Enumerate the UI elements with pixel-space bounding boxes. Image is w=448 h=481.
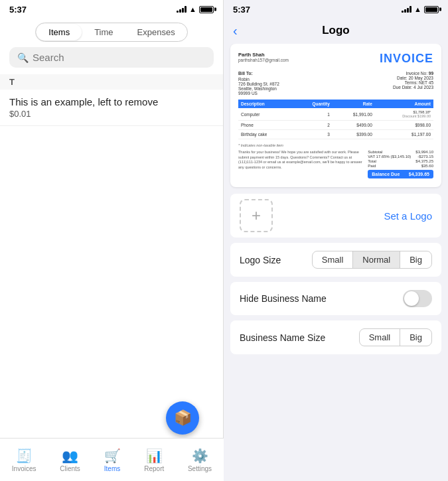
- nav-items[interactable]: 🛒 Items: [99, 445, 126, 475]
- bill-to-label: Bill To:: [238, 71, 279, 76]
- clients-icon: 👥: [62, 448, 78, 464]
- right-header: ‹ Logo: [224, 19, 448, 44]
- invoice-terms-row: Terms: NET 45: [393, 80, 433, 85]
- battery-icon: [199, 6, 214, 13]
- col-rate: Rate: [333, 100, 375, 108]
- bill-to-zip: 99999 US: [238, 91, 279, 96]
- wifi-icon-right: ▲: [414, 5, 421, 13]
- page-title: Logo: [322, 24, 350, 37]
- invoice-company: Parth Shah: [238, 52, 289, 58]
- row-rate: $499.00: [333, 121, 375, 130]
- invoices-icon: 🧾: [16, 448, 33, 464]
- row-amount: $998.00: [375, 121, 433, 130]
- nav-settings-label: Settings: [188, 465, 212, 472]
- status-bar-right: 5:37 ▲: [224, 0, 448, 19]
- nav-invoices[interactable]: 🧾 Invoices: [7, 445, 42, 475]
- invoice-preview: Parth Shah parthshah157@gmail.com INVOIC…: [230, 44, 441, 187]
- table-row: Phone 2 $499.00 $998.00: [238, 121, 433, 130]
- logo-add-button[interactable]: +: [240, 199, 273, 232]
- bill-to-name: Robin: [238, 77, 279, 82]
- status-time-left: 5:37: [9, 5, 27, 15]
- tab-bar: Items Time Expenses: [0, 19, 223, 47]
- row-amount: $1,197.00: [375, 130, 433, 139]
- item-name: This is an example, left to remove: [9, 96, 214, 107]
- table-row: Computer 1 $1,991.00 $1,798.18*Discount …: [238, 108, 433, 121]
- invoice-thanks: Thanks for your business! We hope you ar…: [238, 150, 365, 171]
- tab-items[interactable]: Items: [37, 24, 82, 40]
- add-item-icon: 📦: [174, 409, 192, 427]
- hide-business-name-row: Hide Business Name: [230, 282, 441, 315]
- settings-icon: ⚙️: [192, 448, 208, 464]
- invoice-due-row: Due Date: 4 Jul 2023: [393, 85, 433, 90]
- nav-clients-label: Clients: [60, 465, 80, 472]
- search-input[interactable]: [33, 52, 206, 63]
- biz-size-small[interactable]: Small: [360, 329, 401, 346]
- report-icon: 📊: [146, 448, 163, 464]
- row-quantity: 1: [293, 108, 333, 121]
- right-panel: 5:37 ▲ ‹ Logo Parth Shah parthshah157@gm…: [224, 0, 448, 481]
- logo-size-normal[interactable]: Normal: [353, 251, 400, 268]
- status-icons-right: ▲: [402, 5, 439, 13]
- signal-icon-right: [402, 6, 411, 13]
- bill-to-address: 726 Building St. #872: [238, 82, 279, 86]
- status-icons-left: ▲: [177, 5, 214, 13]
- status-bar-left: 5:37 ▲: [0, 0, 223, 19]
- row-description: Phone: [238, 121, 293, 130]
- plus-icon: +: [252, 206, 261, 225]
- biz-size-big[interactable]: Big: [400, 329, 431, 346]
- row-amount: $1,798.18*Discount $199.00: [375, 108, 433, 121]
- table-row: Birthday cake 3 $399.00 $1,197.00: [238, 130, 433, 139]
- hide-business-name-section: Hide Business Name: [230, 282, 441, 315]
- tab-time[interactable]: Time: [82, 23, 125, 41]
- business-name-size-btn-group: Small Big: [359, 328, 432, 346]
- set-logo-link[interactable]: Set a Logo: [384, 210, 432, 222]
- row-quantity: 3: [293, 130, 333, 139]
- list-item[interactable]: This is an example, left to remove $0.01: [0, 90, 223, 126]
- invoice-no-row: Invoice No: 99: [393, 71, 433, 76]
- wifi-icon: ▲: [189, 5, 196, 13]
- row-description: Computer: [238, 108, 293, 121]
- nav-invoices-label: Invoices: [12, 465, 37, 472]
- business-name-size-section: Business Name Size Small Big: [230, 320, 441, 354]
- logo-size-small[interactable]: Small: [313, 251, 354, 268]
- invoice-date-row: Date: 20 May 2023: [393, 76, 433, 80]
- invoice-note: * Indicates non-taxable item: [238, 143, 433, 147]
- item-price: $0.01: [9, 109, 214, 119]
- logo-size-big[interactable]: Big: [400, 251, 431, 268]
- fab-add-button[interactable]: 📦: [166, 401, 199, 435]
- invoice-title: INVOICE: [380, 52, 433, 66]
- logo-size-btn-group: Small Normal Big: [312, 251, 432, 269]
- tab-expenses[interactable]: Expenses: [125, 23, 187, 41]
- business-name-size-row: Business Name Size Small Big: [230, 320, 441, 354]
- nav-settings[interactable]: ⚙️ Settings: [183, 445, 217, 475]
- col-amount: Amount: [375, 100, 433, 108]
- col-description: Description: [238, 100, 293, 108]
- invoice-table: Description Quantity Rate Amount Compute…: [238, 100, 433, 139]
- logo-size-label: Logo Size: [240, 255, 281, 265]
- bill-to-city: Seattle, Washington: [238, 86, 279, 91]
- status-time-right: 5:37: [233, 5, 250, 15]
- nav-clients[interactable]: 👥 Clients: [54, 445, 86, 475]
- items-icon: 🛒: [104, 448, 121, 464]
- row-description: Birthday cake: [238, 130, 293, 139]
- row-rate: $399.00: [333, 130, 375, 139]
- signal-icon: [177, 6, 187, 13]
- hide-business-name-toggle[interactable]: [403, 290, 432, 307]
- business-name-size-label: Business Name Size: [240, 332, 325, 343]
- invoice-totals: Subtotal$3,994.10 VAT 17.65% ($3,145.10)…: [368, 150, 433, 179]
- row-quantity: 2: [293, 121, 333, 130]
- row-rate: $1,991.00: [333, 108, 375, 121]
- invoice-email: parthshah157@gmail.com: [238, 58, 289, 62]
- logo-size-row: Logo Size Small Normal Big: [230, 243, 441, 277]
- toggle-knob: [404, 291, 419, 306]
- nav-report-label: Report: [144, 465, 164, 472]
- nav-report[interactable]: 📊 Report: [139, 445, 169, 475]
- back-button[interactable]: ‹: [233, 23, 238, 38]
- logo-add-section: + Set a Logo: [230, 194, 441, 238]
- search-icon: 🔍: [17, 52, 29, 63]
- bottom-nav: 🧾 Invoices 👥 Clients 🛒 Items 📊 Report ⚙️…: [0, 438, 224, 481]
- tab-pill: Items Time Expenses: [35, 23, 187, 42]
- balance-due-row: Balance Due $4,339.65: [368, 170, 433, 178]
- section-letter-t: T: [0, 74, 223, 90]
- col-quantity: Quantity: [293, 100, 333, 108]
